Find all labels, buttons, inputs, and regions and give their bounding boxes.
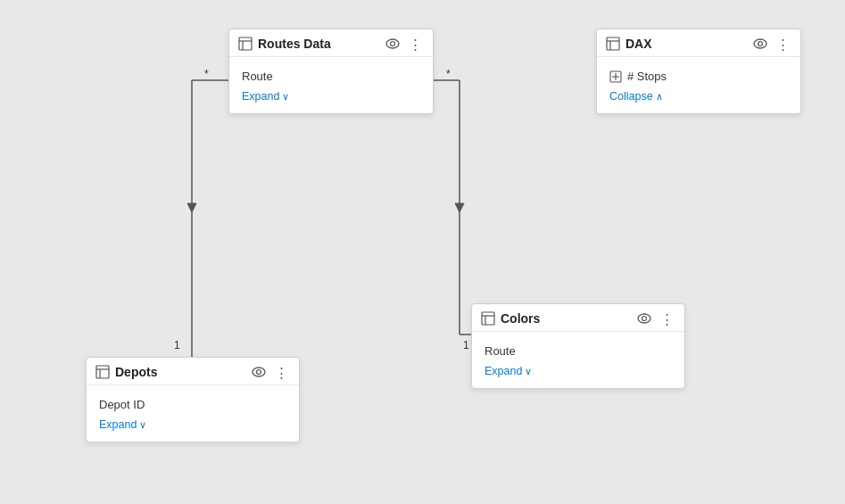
card-header-colors: Colors ⋮ xyxy=(472,304,684,332)
card-actions-routes: ⋮ xyxy=(384,37,424,51)
field-route-label: Route xyxy=(242,70,273,83)
card-depots: Depots ⋮ Depot ID Expand xyxy=(86,357,300,442)
svg-point-16 xyxy=(754,39,766,48)
conn-label-routes-colors-from: * xyxy=(446,68,451,80)
card-dax: DAX ⋮ # Stops xyxy=(596,29,801,114)
expand-label-depots: Expand xyxy=(99,418,137,431)
svg-rect-21 xyxy=(96,366,109,378)
more-button-dax[interactable]: ⋮ xyxy=(775,37,791,51)
table-icon-dax xyxy=(606,37,620,51)
field-route: Route xyxy=(242,66,420,87)
card-title-depots: Depots xyxy=(115,365,244,379)
card-header-depots: Depots ⋮ xyxy=(87,358,299,385)
field-stops: # Stops xyxy=(609,66,788,87)
expand-button-colors[interactable]: Expand xyxy=(485,361,532,384)
svg-rect-13 xyxy=(607,37,619,50)
card-actions-colors: ⋮ xyxy=(635,312,675,326)
eye-icon-depots xyxy=(252,367,266,377)
table-icon-colors xyxy=(481,311,495,326)
svg-point-24 xyxy=(253,368,265,376)
svg-rect-26 xyxy=(482,312,494,325)
eye-icon-colors xyxy=(637,313,651,324)
more-button-depots[interactable]: ⋮ xyxy=(273,366,290,379)
conn-label-routes-depots-from: * xyxy=(204,68,209,80)
chevron-down-icon-depots xyxy=(139,418,146,431)
table-icon-routes xyxy=(238,37,253,51)
chevron-down-icon-routes xyxy=(282,90,289,103)
eye-button-dax[interactable] xyxy=(751,37,769,51)
svg-point-29 xyxy=(638,314,650,323)
card-title-dax: DAX xyxy=(625,37,746,51)
field-stops-label: # Stops xyxy=(627,70,667,83)
svg-point-12 xyxy=(391,41,395,45)
card-header-dax: DAX ⋮ xyxy=(597,29,800,57)
card-title-routes: Routes Data xyxy=(258,37,378,51)
svg-point-17 xyxy=(758,41,763,45)
more-button-routes[interactable]: ⋮ xyxy=(407,37,424,51)
expand-label-routes: Expand xyxy=(242,90,279,103)
card-colors: Colors ⋮ Route Expand xyxy=(471,303,685,389)
expand-button-depots[interactable]: Expand xyxy=(99,415,146,438)
card-actions-depots: ⋮ xyxy=(250,366,290,379)
card-title-colors: Colors xyxy=(501,311,630,326)
conn-label-routes-colors-to: 1 xyxy=(463,339,469,351)
svg-point-25 xyxy=(257,369,261,374)
expand-label-colors: Expand xyxy=(485,365,522,377)
calc-icon-stops xyxy=(609,70,622,83)
diagram-canvas: * 1 * 1 Routes Data ⋮ xyxy=(0,0,845,504)
eye-icon-routes xyxy=(385,38,400,49)
eye-button-colors[interactable] xyxy=(635,312,653,326)
card-body-routes: Route Expand xyxy=(229,57,433,113)
chevron-up-icon-dax xyxy=(656,90,663,103)
svg-point-30 xyxy=(642,316,647,320)
table-icon-depots xyxy=(95,365,110,379)
eye-icon-dax xyxy=(753,38,767,49)
svg-point-11 xyxy=(386,39,399,48)
card-body-depots: Depot ID Expand xyxy=(87,385,299,442)
card-body-dax: # Stops Collapse xyxy=(597,57,800,113)
svg-marker-3 xyxy=(187,203,196,212)
field-color-route-label: Route xyxy=(485,344,516,358)
expand-button-routes[interactable]: Expand xyxy=(242,87,289,110)
card-body-colors: Route Expand xyxy=(472,332,684,388)
svg-rect-8 xyxy=(239,37,252,50)
field-color-route: Route xyxy=(485,341,672,361)
chevron-down-icon-colors xyxy=(525,365,532,377)
more-button-colors[interactable]: ⋮ xyxy=(659,312,675,326)
eye-button-routes[interactable] xyxy=(384,37,402,51)
eye-button-depots[interactable] xyxy=(250,366,268,379)
card-actions-dax: ⋮ xyxy=(751,37,791,51)
card-routes-data: Routes Data ⋮ Route Expand xyxy=(228,29,434,114)
collapse-label-dax: Collapse xyxy=(609,90,653,103)
conn-label-routes-depots-to: 1 xyxy=(174,339,180,351)
svg-marker-7 xyxy=(455,203,464,212)
field-depot-id: Depot ID xyxy=(99,394,286,415)
field-depot-id-label: Depot ID xyxy=(99,398,145,411)
card-header-routes-data: Routes Data ⋮ xyxy=(229,29,433,57)
collapse-button-dax[interactable]: Collapse xyxy=(609,87,663,110)
